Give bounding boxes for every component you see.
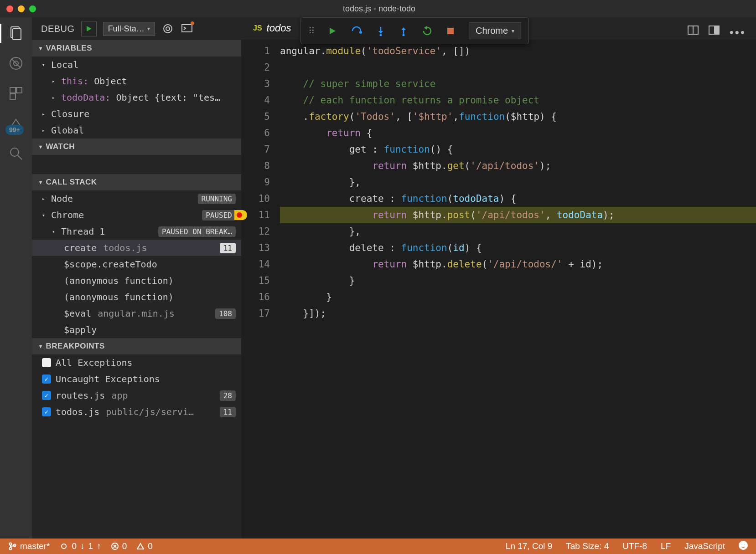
bp-routes[interactable]: ✓routes.jsapp28: [32, 387, 241, 404]
stack-frame[interactable]: createtodos.js11: [32, 240, 241, 256]
code-line[interactable]: return {: [280, 125, 756, 141]
git-sync[interactable]: 0↓ 1↑: [60, 541, 101, 551]
status-badge: RUNNING: [198, 194, 236, 204]
code-body[interactable]: angular.module('todoService', []) // sup…: [280, 40, 756, 539]
svg-rect-7: [10, 94, 16, 99]
close-window-button[interactable]: [6, 5, 13, 12]
watch-section-header[interactable]: ▾WATCH: [32, 138, 241, 155]
search-tab-icon[interactable]: [7, 145, 25, 162]
checkbox-icon[interactable]: ✓: [42, 391, 51, 400]
encoding[interactable]: UTF-8: [622, 541, 647, 551]
svg-rect-6: [16, 87, 22, 93]
svg-point-29: [10, 548, 12, 550]
code-line[interactable]: },: [280, 223, 756, 240]
titlebar: todos.js - node-todo: [0, 0, 756, 17]
line-number: 17: [241, 305, 280, 322]
variables-section-header[interactable]: ▾VARIABLES: [32, 40, 241, 56]
debug-console-icon[interactable]: [181, 22, 193, 35]
svg-rect-5: [10, 87, 16, 93]
callstack-section-header[interactable]: ▾CALL STACK: [32, 174, 241, 190]
code-line[interactable]: // super simple service: [280, 76, 756, 92]
cursor-position[interactable]: Ln 17, Col 9: [506, 541, 552, 551]
code-line[interactable]: return $http.post('/api/todos', todoData…: [280, 207, 756, 223]
step-out-button[interactable]: [399, 26, 408, 36]
bp-all-exceptions[interactable]: All Exceptions: [32, 354, 241, 371]
git-branch[interactable]: master*: [8, 541, 50, 551]
checkbox-icon[interactable]: ✓: [42, 374, 51, 384]
svg-point-22: [380, 34, 382, 36]
svg-point-36: [741, 544, 743, 545]
callstack-node[interactable]: ▸NodeRUNNING: [32, 190, 241, 207]
bp-todos[interactable]: ✓todos.jspublic/js/servi…11: [32, 404, 241, 420]
maximize-window-button[interactable]: [29, 5, 36, 12]
stack-frame[interactable]: $apply: [32, 322, 241, 338]
more-actions-icon[interactable]: •••: [730, 26, 746, 40]
line-number: 5: [241, 108, 280, 125]
problems-errors[interactable]: 0: [111, 541, 127, 551]
code-line[interactable]: // each function returns a promise objec…: [280, 92, 756, 108]
code-line[interactable]: create : function(todoData) {: [280, 190, 756, 207]
stack-frame[interactable]: (anonymous function): [32, 289, 241, 305]
scope-closure[interactable]: ▸Closure: [32, 106, 241, 122]
code-line[interactable]: return $http.get('/api/todos');: [280, 158, 756, 174]
var-tododata[interactable]: ▸todoData: Object {text: "tes…: [32, 89, 241, 106]
feedback-icon[interactable]: [739, 541, 748, 552]
breakpoint-icon[interactable]: [234, 210, 247, 220]
code-line[interactable]: [280, 59, 756, 76]
tab-todos[interactable]: JS todos: [241, 17, 303, 40]
debug-target-dropdown[interactable]: Chrome▾: [469, 22, 521, 39]
stop-button[interactable]: [447, 27, 454, 35]
var-this[interactable]: ▸this: Object: [32, 73, 241, 89]
bp-uncaught-exceptions[interactable]: ✓Uncaught Exceptions: [32, 371, 241, 387]
checkbox-icon[interactable]: ✓: [42, 407, 51, 416]
scope-local[interactable]: ▾Local: [32, 56, 241, 73]
problems-warnings[interactable]: 0: [137, 541, 153, 551]
debug-label: DEBUG: [41, 24, 75, 34]
status-badge: PAUSED: [202, 210, 236, 221]
step-into-button[interactable]: [377, 26, 385, 36]
code-line[interactable]: },: [280, 174, 756, 190]
stack-frame[interactable]: (anonymous function): [32, 272, 241, 289]
window-controls: [6, 5, 36, 12]
step-over-button[interactable]: [351, 26, 362, 36]
code-line[interactable]: .factory('Todos', ['$http',function($htt…: [280, 108, 756, 125]
activity-bar: 99+: [0, 17, 32, 539]
watch-empty: [32, 155, 241, 174]
explorer-tab-icon[interactable]: [7, 25, 25, 42]
drag-handle-icon[interactable]: ⠿: [308, 26, 314, 36]
gear-icon[interactable]: [161, 22, 174, 35]
restart-button[interactable]: [422, 26, 432, 36]
eol[interactable]: LF: [661, 541, 671, 551]
split-editor-icon[interactable]: [709, 26, 720, 40]
indentation[interactable]: Tab Size: 4: [566, 541, 609, 551]
debug-toolbar[interactable]: ⠿ Chrome▾: [300, 17, 529, 44]
extensions-tab-icon[interactable]: [7, 85, 25, 102]
window-title: todos.js - node-todo: [36, 4, 722, 14]
launch-config-dropdown[interactable]: Full-Sta…▾: [103, 22, 155, 36]
code-editor[interactable]: 1234567891011121314151617 angular.module…: [241, 40, 756, 539]
breakpoints-section-header[interactable]: ▾BREAKPOINTS: [32, 338, 241, 354]
code-line[interactable]: get : function() {: [280, 141, 756, 158]
source-control-tab-icon[interactable]: 99+: [7, 115, 25, 132]
continue-button[interactable]: [328, 27, 337, 35]
code-line[interactable]: delete : function(id) {: [280, 240, 756, 256]
language-mode[interactable]: JavaScript: [684, 541, 725, 551]
code-line[interactable]: }: [280, 289, 756, 305]
callstack-chrome[interactable]: ▾ChromePAUSED: [32, 207, 241, 223]
split-preview-icon[interactable]: [688, 26, 699, 40]
code-line[interactable]: angular.module('todoService', []): [280, 43, 756, 59]
debug-tab-icon[interactable]: [7, 55, 25, 72]
stack-frame[interactable]: $evalangular.min.js108: [32, 305, 241, 322]
tab-label: todos: [267, 22, 291, 34]
js-icon: JS: [253, 24, 262, 32]
code-line[interactable]: }: [280, 272, 756, 289]
code-line[interactable]: return $http.delete('/api/todos/' + id);: [280, 256, 756, 272]
callstack-thread[interactable]: ▾Thread 1PAUSED ON BREAK…: [32, 223, 241, 240]
code-line[interactable]: }]);: [280, 305, 756, 322]
scope-global[interactable]: ▸Global: [32, 122, 241, 138]
stack-frame[interactable]: $scope.createTodo: [32, 256, 241, 272]
svg-line-9: [18, 155, 22, 159]
start-debug-button[interactable]: [81, 21, 97, 36]
checkbox-icon[interactable]: [42, 358, 51, 367]
minimize-window-button[interactable]: [18, 5, 25, 12]
